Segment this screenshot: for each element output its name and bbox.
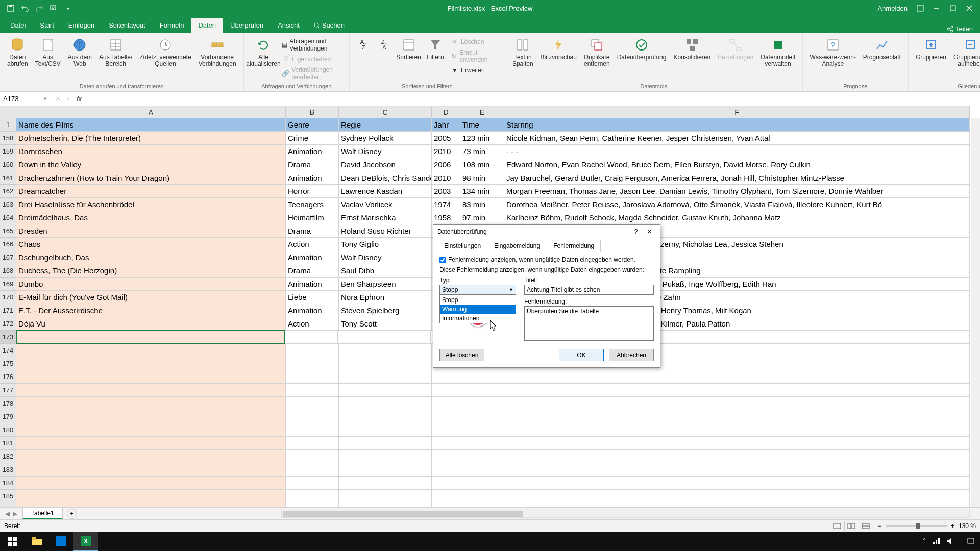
cell[interactable]	[460, 410, 504, 423]
row-header[interactable]: 180	[0, 423, 16, 437]
cell[interactable]: Drama	[286, 158, 339, 171]
reapply-button[interactable]: ↻Erneut anwenden	[449, 48, 501, 64]
cell[interactable]	[285, 331, 338, 344]
enter-formula-icon[interactable]: ✓	[66, 95, 71, 103]
cell[interactable]: 98 min	[460, 171, 504, 185]
cell[interactable]	[339, 437, 432, 450]
cell[interactable]: 83 min	[460, 198, 504, 211]
cell[interactable]	[460, 423, 504, 437]
qat-dropdown-icon[interactable]: ▾	[63, 4, 72, 13]
tray-network-icon[interactable]	[932, 537, 940, 545]
tab-seitenlayout[interactable]: Seitenlayout	[102, 18, 153, 33]
cell[interactable]	[504, 370, 970, 384]
tab-datei[interactable]: Datei	[3, 18, 33, 33]
name-box[interactable]: A173▼	[0, 92, 51, 106]
cell[interactable]	[286, 477, 339, 490]
dialog-close-icon[interactable]: ✕	[643, 228, 656, 235]
dialog-tab-settings[interactable]: Einstellungen	[437, 240, 487, 252]
cell[interactable]	[460, 397, 504, 410]
row-header[interactable]: 168	[0, 264, 16, 278]
flash-fill-button[interactable]: Blitzvorschau	[537, 35, 580, 63]
row-header[interactable]: 173	[0, 331, 16, 344]
add-sheet-icon[interactable]: +	[67, 509, 77, 519]
cell[interactable]: Name des Films	[16, 118, 286, 132]
row-header[interactable]: 163	[0, 198, 16, 211]
cell[interactable]: 108 min	[460, 158, 504, 171]
cell[interactable]: 2005	[432, 132, 460, 145]
typ-option-stopp[interactable]: Stopp	[440, 295, 516, 305]
taskbar-explorer-icon[interactable]	[24, 532, 49, 551]
cell[interactable]	[432, 477, 460, 490]
cell[interactable]	[504, 397, 970, 410]
cell[interactable]: Starring	[504, 118, 970, 132]
tab-start[interactable]: Start	[33, 18, 61, 33]
row-header[interactable]: 170	[0, 291, 16, 304]
cell[interactable]	[460, 450, 504, 463]
group-button[interactable]: Gruppieren	[913, 35, 949, 63]
dialog-help-icon[interactable]: ?	[629, 228, 643, 235]
sheet-tab[interactable]: Tabelle1	[22, 508, 63, 519]
cell[interactable]	[339, 490, 432, 503]
cell[interactable]: Chaos	[16, 238, 286, 251]
cell[interactable]	[504, 384, 970, 397]
cell[interactable]	[16, 410, 286, 423]
close-icon[interactable]	[966, 5, 973, 12]
cell[interactable]: Action	[286, 317, 339, 331]
cell[interactable]: 2010	[432, 145, 460, 158]
start-button[interactable]	[0, 532, 24, 551]
cell[interactable]: Dschungelbuch, Das	[16, 251, 286, 264]
dialog-tab-error[interactable]: Fehlermeldung	[547, 240, 601, 252]
web-button[interactable]: Aus dem Web	[65, 35, 95, 69]
zoom-slider[interactable]	[886, 525, 947, 527]
cell[interactable]: Heimatfilm	[286, 211, 339, 224]
row-header[interactable]: 166	[0, 238, 16, 251]
cell[interactable]	[504, 423, 970, 437]
cell[interactable]: Edward Norton, Evan Rachel Wood, Bruce D…	[504, 158, 970, 171]
cell[interactable]	[339, 463, 432, 477]
col-header-a[interactable]: A	[16, 106, 286, 118]
existing-conn-button[interactable]: Vorhandene Verbindungen	[195, 35, 239, 69]
cell[interactable]: Steven Spielberg	[339, 304, 432, 317]
cancel-formula-icon[interactable]: ✕	[55, 95, 61, 103]
cell[interactable]: 2003	[432, 185, 460, 198]
cell[interactable]	[504, 477, 970, 490]
cell[interactable]: Dean DeBlois, Chris Sanders	[339, 171, 432, 185]
qat-icon[interactable]	[49, 4, 58, 13]
cell[interactable]	[286, 463, 339, 477]
cell[interactable]: Dresden	[16, 224, 286, 238]
cell[interactable]: David Jacobson	[339, 158, 432, 171]
row-header[interactable]: 165	[0, 224, 16, 238]
clear-all-button[interactable]: Alle löschen	[439, 349, 484, 361]
cell[interactable]: Horror	[286, 185, 339, 198]
cell[interactable]: Nora Ephron	[339, 291, 432, 304]
cell[interactable]: Teenagers	[286, 198, 339, 211]
cell[interactable]: Drei Haselnüsse für Aschenbrödel	[16, 198, 286, 211]
cell[interactable]: Walt Disney	[339, 251, 432, 264]
taskbar-app-icon[interactable]	[49, 532, 74, 551]
cell[interactable]: Dorothea Meißner, Peter Reusse, Jaroslav…	[504, 198, 970, 211]
ungroup-button[interactable]: Gruppierung aufheben	[950, 35, 980, 69]
row-header[interactable]: 171	[0, 304, 16, 317]
cell[interactable]	[460, 437, 504, 450]
cell[interactable]	[504, 463, 970, 477]
cell[interactable]	[16, 437, 286, 450]
row-header[interactable]: 183	[0, 463, 16, 477]
cell[interactable]: Dornröschen	[16, 145, 286, 158]
daten-abrufen-button[interactable]: Daten abrufen	[4, 35, 31, 69]
cell[interactable]: Dreimädelhaus, Das	[16, 211, 286, 224]
sheet-nav-prev-icon[interactable]: ◀	[5, 510, 10, 517]
share-button[interactable]: Teilen	[939, 25, 980, 33]
advanced-filter-button[interactable]: ▼Erweitert	[449, 65, 501, 76]
cell[interactable]: Dumbo	[16, 278, 286, 291]
cell[interactable]	[339, 384, 432, 397]
dialog-tab-input[interactable]: Eingabemeldung	[487, 240, 547, 252]
cell[interactable]: Crime	[286, 132, 339, 145]
cell[interactable]: Tony Scott	[339, 317, 432, 331]
cell[interactable]	[286, 490, 339, 503]
edit-links-button[interactable]: 🔗Verknüpfungen bearbeiten	[280, 65, 345, 82]
cell[interactable]: Drama	[286, 264, 339, 278]
refresh-all-button[interactable]: Alle aktualisieren	[248, 35, 279, 69]
tray-volume-icon[interactable]	[946, 537, 954, 545]
sort-az-button[interactable]: A↓Z	[354, 35, 374, 56]
cell[interactable]: Time	[460, 118, 504, 132]
